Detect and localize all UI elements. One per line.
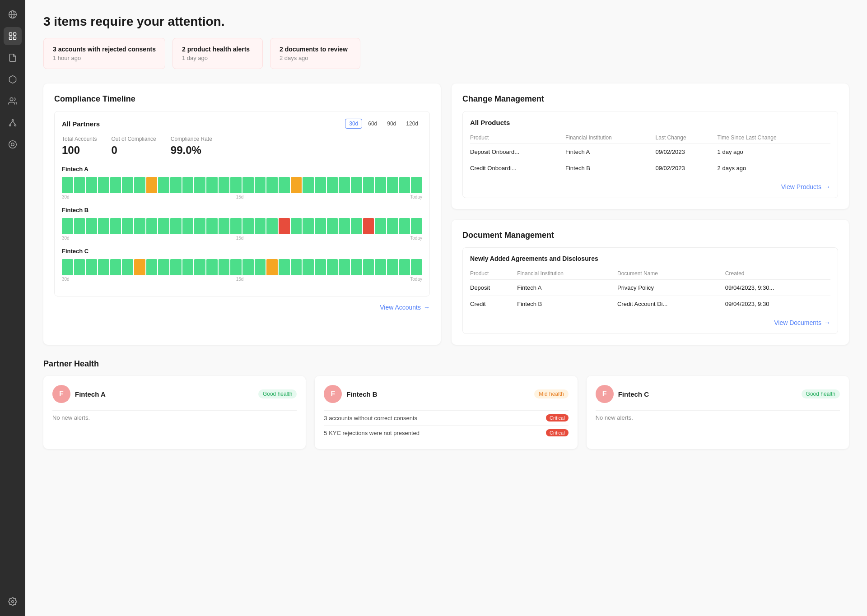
alert-card-1[interactable]: 2 product health alerts 1 day ago	[172, 38, 263, 69]
change-panel-subtitle: All Products	[470, 119, 510, 126]
time-tab-90d[interactable]: 90d	[383, 119, 400, 129]
bar	[86, 259, 97, 275]
svg-line-11	[10, 121, 13, 125]
bar	[182, 218, 194, 234]
svg-point-7	[10, 98, 13, 101]
bar	[242, 259, 254, 275]
partner-avatar: F	[324, 385, 342, 403]
fintech-a-label: Fintech A	[62, 166, 422, 172]
partner-name: Fintech B	[346, 390, 377, 398]
bar	[206, 218, 218, 234]
bar	[230, 218, 242, 234]
fintech-b-section: Fintech B 30d15dToday	[62, 207, 422, 241]
partner-card-1: F Fintech B Mid health 3 accounts withou…	[315, 376, 577, 449]
circle-icon[interactable]	[4, 135, 22, 153]
view-documents-label: View Documents	[774, 319, 821, 326]
stat-out-of-compliance: Out of Compliance 0	[111, 136, 156, 157]
gear-icon[interactable]	[4, 593, 22, 611]
table-row: Credit Fintech B Credit Account Di... 09…	[470, 296, 830, 312]
bar	[194, 259, 205, 275]
bar	[170, 218, 182, 234]
change-management-inner: All Products Product Financial Instituti…	[462, 111, 838, 198]
partner-alert-text: 3 accounts without correct consents	[324, 415, 417, 421]
svg-point-8	[12, 120, 13, 121]
arrow-right-icon-3: →	[824, 319, 830, 326]
alert-card-2[interactable]: 2 documents to review 2 days ago	[270, 38, 360, 69]
time-tab-120d[interactable]: 120d	[402, 119, 422, 129]
partner-card-2: F Fintech C Good health No new alerts.	[587, 376, 849, 449]
bar	[375, 218, 386, 234]
bar	[303, 218, 314, 234]
dashboard-icon[interactable]	[4, 27, 22, 45]
doc-inner-title: Newly Added Agreements and Disclosures	[470, 255, 830, 262]
bar	[206, 259, 218, 275]
alert-cards: 3 accounts with rejected consents 1 hour…	[43, 38, 849, 69]
stat-rate-label: Compliance Rate	[171, 136, 212, 142]
doc-product: Deposit	[470, 280, 517, 296]
change-table: Product Financial Institution Last Chang…	[470, 132, 830, 176]
time-tab-60d[interactable]: 60d	[364, 119, 381, 129]
globe-icon[interactable]	[4, 5, 22, 23]
change-col-time-since: Time Since Last Change	[718, 132, 830, 144]
table-row: Deposit Onboard... Fintech A 09/02/2023 …	[470, 144, 830, 160]
bar	[219, 177, 230, 193]
fintech-a-timeline: 30d15dToday	[62, 195, 422, 199]
bar	[242, 218, 254, 234]
doc-document-name: Credit Account Di...	[617, 296, 725, 312]
time-tabs: 30d 60d 90d 120d	[345, 119, 422, 129]
stat-compliance-rate: Compliance Rate 99.0%	[171, 136, 212, 157]
time-tab-30d[interactable]: 30d	[345, 119, 362, 129]
change-col-last-change: Last Change	[656, 132, 718, 144]
svg-point-10	[14, 125, 16, 126]
doc-created: 09/04/2023, 9:30	[725, 296, 830, 312]
bar	[339, 218, 350, 234]
bar	[219, 259, 230, 275]
bar	[206, 177, 218, 193]
bar	[110, 177, 121, 193]
bar	[315, 259, 326, 275]
bar	[194, 177, 205, 193]
group-icon[interactable]	[4, 92, 22, 110]
change-product: Credit Onboardi...	[470, 160, 565, 176]
change-col-product: Product	[470, 132, 565, 144]
cube-icon[interactable]	[4, 70, 22, 88]
compliance-panel-title: All Partners	[62, 120, 100, 128]
document-management-title: Document Management	[462, 231, 838, 240]
bar	[74, 259, 85, 275]
fintech-c-label: Fintech C	[62, 248, 422, 255]
bar	[411, 218, 422, 234]
view-documents-link[interactable]: View Documents →	[470, 319, 830, 326]
document-management-inner: Newly Added Agreements and Disclosures P…	[462, 247, 838, 334]
doc-col-institution: Financial Institution	[517, 268, 617, 280]
change-col-institution: Financial Institution	[565, 132, 656, 144]
bar	[242, 177, 254, 193]
compliance-inner: All Partners 30d 60d 90d 120d Total Acco…	[54, 111, 430, 296]
change-last-change: 09/02/2023	[656, 144, 718, 160]
stat-out-value: 0	[111, 144, 156, 157]
doc-col-created: Created	[725, 268, 830, 280]
sidebar	[0, 0, 25, 616]
bar	[255, 259, 266, 275]
view-products-link[interactable]: View Products →	[470, 183, 830, 190]
alert-card-0[interactable]: 3 accounts with rejected consents 1 hour…	[43, 38, 165, 69]
view-accounts-link[interactable]: View Accounts →	[54, 304, 430, 311]
network-icon[interactable]	[4, 114, 22, 132]
compliance-header: All Partners 30d 60d 90d 120d	[62, 119, 422, 129]
document-icon[interactable]	[4, 49, 22, 67]
change-management-title: Change Management	[462, 94, 838, 104]
bar	[170, 177, 182, 193]
bar	[411, 177, 422, 193]
change-management-panel: Change Management All Products Product F…	[452, 83, 849, 209]
partner-health-title: Partner Health	[43, 359, 849, 369]
bar	[182, 177, 194, 193]
bar	[230, 177, 242, 193]
bar	[399, 177, 410, 193]
stats-row: Total Accounts 100 Out of Compliance 0 C…	[62, 136, 422, 157]
bar	[266, 177, 278, 193]
bar	[303, 259, 314, 275]
table-row: Deposit Fintech A Privacy Policy 09/04/2…	[470, 280, 830, 296]
bar	[134, 177, 145, 193]
bar	[194, 218, 205, 234]
bar	[339, 259, 350, 275]
partner-card-header: F Fintech B Mid health	[324, 385, 568, 403]
